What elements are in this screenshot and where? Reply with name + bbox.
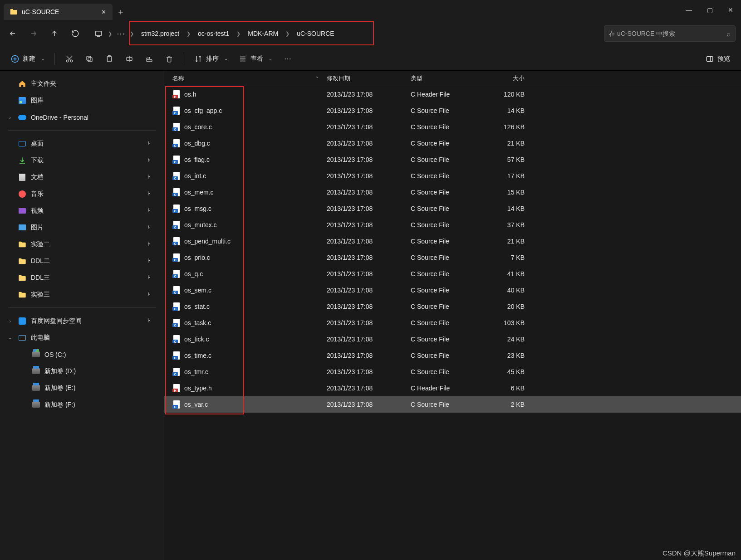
file-row[interactable]: Cos_sem.c2013/1/23 17:08C Source File40 …	[164, 282, 741, 298]
sidebar-item[interactable]: OS (C:)	[0, 346, 164, 363]
toolbar: 新建 ⌄ 排序 ⌄ 查看 ⌄ ⋯ 预览	[0, 47, 741, 71]
maximize-button[interactable]: ▢	[699, 3, 720, 17]
file-name: os_var.c	[184, 401, 208, 408]
sidebar-item[interactable]: 新加卷 (E:)	[0, 380, 164, 396]
file-name: os_flag.c	[184, 156, 210, 163]
file-row[interactable]: Cos_cfg_app.c2013/1/23 17:08C Source Fil…	[164, 102, 741, 119]
pin-icon	[146, 174, 152, 181]
file-type: C Header File	[411, 385, 483, 392]
sidebar-item[interactable]: ›OneDrive - Personal	[0, 109, 164, 126]
breadcrumb-segment[interactable]: stm32.project	[135, 24, 186, 44]
sidebar-item[interactable]: 图库	[0, 92, 164, 109]
search-box[interactable]: ⌕	[604, 25, 736, 42]
cut-button[interactable]	[60, 51, 79, 67]
delete-button[interactable]	[160, 51, 178, 67]
file-row[interactable]: Cos_msg.c2013/1/23 17:08C Source File14 …	[164, 200, 741, 217]
minimize-button[interactable]: ―	[678, 3, 699, 17]
file-name: os_tick.c	[184, 336, 209, 343]
sidebar-item[interactable]: 新加卷 (D:)	[0, 363, 164, 380]
file-row[interactable]: Cos_stat.c2013/1/23 17:08C Source File20…	[164, 298, 741, 315]
sidebar-item-label: DDL二	[31, 257, 50, 265]
breadcrumb-segment[interactable]: MDK-ARM	[241, 24, 285, 44]
sidebar-item[interactable]: 文档	[0, 169, 164, 185]
paste-button[interactable]	[100, 51, 118, 67]
col-size[interactable]: 大小	[483, 74, 531, 83]
file-row[interactable]: Cos_pend_multi.c2013/1/23 17:08C Source …	[164, 233, 741, 249]
forward-button[interactable]	[24, 24, 44, 44]
sidebar-item[interactable]: DDL三	[0, 269, 164, 286]
file-row[interactable]: Cos_dbg.c2013/1/23 17:08C Source File21 …	[164, 135, 741, 151]
new-tab-button[interactable]: ＋	[113, 4, 129, 20]
c-file-icon: C	[172, 335, 180, 343]
file-row[interactable]: Cos_mutex.c2013/1/23 17:08C Source File3…	[164, 217, 741, 233]
file-name: os_int.c	[184, 172, 206, 180]
col-type[interactable]: 类型	[411, 74, 483, 83]
chevron-right-icon[interactable]: ›	[6, 318, 14, 324]
sidebar-item[interactable]: 新加卷 (F:)	[0, 396, 164, 413]
file-row[interactable]: Cos_time.c2013/1/23 17:08C Source File23…	[164, 347, 741, 364]
file-row[interactable]: Cos_task.c2013/1/23 17:08C Source File10…	[164, 315, 741, 331]
search-icon[interactable]: ⌕	[726, 30, 731, 38]
copy-button[interactable]	[80, 51, 98, 67]
window-tab[interactable]: uC-SOURCE ✕	[4, 4, 113, 20]
file-row[interactable]: Cos_flag.c2013/1/23 17:08C Source File57…	[164, 151, 741, 168]
h-file-icon: H	[172, 90, 180, 98]
file-row[interactable]: Cos_core.c2013/1/23 17:08C Source File12…	[164, 119, 741, 135]
chevron-right-icon[interactable]: ›	[6, 115, 14, 120]
file-row[interactable]: Hos_type.h2013/1/23 17:08C Header File6 …	[164, 380, 741, 396]
file-name: os_prio.c	[184, 254, 210, 261]
file-name: os_msg.c	[184, 205, 211, 212]
file-row[interactable]: Cos_mem.c2013/1/23 17:08C Source File15 …	[164, 184, 741, 200]
chevron-down-icon: ⌄	[41, 56, 44, 61]
file-row[interactable]: Cos_int.c2013/1/23 17:08C Source File17 …	[164, 168, 741, 184]
preview-button[interactable]: 预览	[701, 52, 735, 66]
sidebar-item[interactable]: 主文件夹	[0, 75, 164, 92]
more-button[interactable]: ⋯	[279, 51, 297, 67]
view-button[interactable]: 查看 ⌄	[234, 52, 277, 66]
col-name[interactable]: 名称⌃	[172, 74, 327, 83]
sidebar-item[interactable]: 音乐	[0, 185, 164, 202]
file-type: C Source File	[411, 368, 483, 375]
file-row[interactable]: Cos_tmr.c2013/1/23 17:08C Source File45 …	[164, 364, 741, 380]
sidebar-item-label: 图片	[31, 224, 44, 232]
file-row[interactable]: Cos_var.c2013/1/23 17:08C Source File2 K…	[164, 396, 741, 413]
sidebar-item[interactable]: 桌面	[0, 135, 164, 152]
file-size: 14 KB	[483, 107, 531, 114]
sort-label: 排序	[206, 55, 219, 63]
sidebar-item[interactable]: DDL二	[0, 253, 164, 269]
search-input[interactable]	[609, 30, 726, 37]
file-row[interactable]: Cos_tick.c2013/1/23 17:08C Source File24…	[164, 331, 741, 347]
rename-button[interactable]	[120, 51, 138, 67]
c-file-icon: C	[172, 172, 180, 180]
close-window-button[interactable]: ✕	[720, 3, 741, 17]
sidebar-item[interactable]: 视频	[0, 202, 164, 219]
sort-button[interactable]: 排序 ⌄	[190, 52, 232, 66]
file-row[interactable]: Hos.h2013/1/23 17:08C Header File120 KB	[164, 86, 741, 102]
file-row[interactable]: Cos_prio.c2013/1/23 17:08C Source File7 …	[164, 249, 741, 266]
file-row[interactable]: Cos_q.c2013/1/23 17:08C Source File41 KB	[164, 266, 741, 282]
up-button[interactable]	[44, 24, 64, 44]
sidebar-item[interactable]: 实验二	[0, 236, 164, 253]
file-type: C Source File	[411, 172, 483, 180]
breadcrumb-overflow[interactable]: ⋯	[113, 29, 129, 39]
share-button[interactable]	[140, 51, 158, 67]
sidebar-item[interactable]: 实验三	[0, 286, 164, 303]
back-button[interactable]	[3, 24, 23, 44]
close-tab-icon[interactable]: ✕	[101, 9, 106, 15]
col-modified[interactable]: 修改日期	[327, 74, 411, 83]
sidebar-item[interactable]: ⌄此电脑	[0, 329, 164, 346]
breadcrumb-bar[interactable]: ❯ ⋯ ❯ stm32.project❯oc-os-test1❯MDK-ARM❯…	[90, 24, 599, 44]
file-size: 120 KB	[483, 91, 531, 98]
chevron-down-icon[interactable]: ⌄	[6, 335, 14, 341]
sidebar-item-label: 主文件夹	[31, 80, 56, 88]
sidebar-item[interactable]: 图片	[0, 219, 164, 236]
new-button[interactable]: 新建 ⌄	[6, 52, 49, 66]
sidebar-item[interactable]: ›百度网盘同步空间	[0, 312, 164, 329]
location-icon[interactable]	[90, 29, 107, 38]
breadcrumb-segment[interactable]: uC-SOURCE	[290, 24, 340, 44]
sidebar-item[interactable]: 下载	[0, 152, 164, 169]
this-pc-icon	[18, 334, 26, 341]
music-icon	[18, 190, 26, 198]
breadcrumb-segment[interactable]: oc-os-test1	[191, 24, 236, 44]
refresh-button[interactable]	[65, 24, 85, 44]
